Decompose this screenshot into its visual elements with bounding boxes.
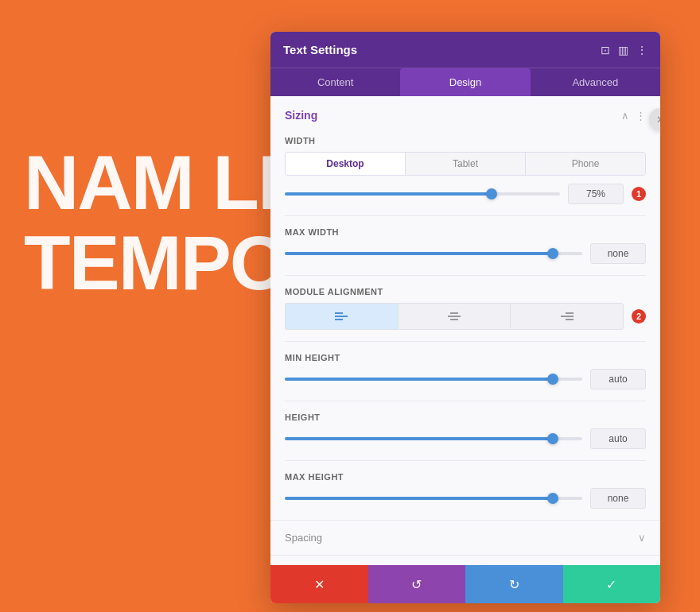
min-height-value[interactable]: auto (590, 369, 646, 389)
width-label: Width (285, 136, 646, 145)
height-slider-row: auto (285, 428, 646, 449)
align-right-btn[interactable] (510, 303, 624, 330)
sizing-title: Sizing (285, 109, 317, 122)
sizing-section-header: Sizing ∧ ⋮ (270, 96, 660, 131)
max-width-slider-track[interactable] (285, 252, 582, 255)
tab-advanced[interactable]: Advanced (531, 68, 660, 96)
min-height-slider-row: auto (285, 369, 646, 389)
max-height-slider-track[interactable] (285, 497, 582, 500)
spacing-section[interactable]: Spacing ∨ (270, 520, 660, 555)
max-height-value[interactable]: none (590, 488, 646, 509)
device-tab-tablet[interactable]: Tablet (406, 153, 526, 175)
svg-rect-6 (566, 312, 574, 314)
align-right-icon (561, 311, 574, 322)
svg-rect-4 (448, 316, 461, 317)
panel-header-icons: ⊡ ▥ ⋮ (601, 44, 648, 56)
settings-panel: Text Settings ⊡ ▥ ⋮ Content Design Advan… (270, 32, 660, 603)
width-value[interactable]: 75% (568, 184, 624, 204)
min-height-slider-fill (285, 378, 553, 381)
redo-button[interactable]: ↻ (465, 565, 563, 603)
svg-rect-2 (335, 319, 343, 320)
width-field: Width Desktop Tablet Phone 75% 1 (270, 131, 660, 215)
min-height-slider-track[interactable] (285, 378, 582, 381)
sizing-header-icons: ∧ ⋮ (621, 110, 646, 122)
more-icon[interactable]: ⋮ (636, 44, 648, 56)
svg-rect-1 (335, 316, 348, 317)
height-slider-fill (285, 437, 553, 440)
min-height-label: Min Height (285, 353, 646, 362)
max-height-slider-fill (285, 497, 553, 500)
height-label: Height (285, 413, 646, 422)
cancel-button[interactable]: ✕ (270, 565, 368, 603)
max-width-slider-fill (285, 252, 553, 255)
device-tab-desktop[interactable]: Desktop (286, 153, 406, 175)
svg-rect-7 (561, 316, 574, 317)
svg-rect-8 (566, 319, 574, 320)
columns-icon[interactable]: ▥ (618, 44, 628, 56)
height-field: Height auto (270, 401, 660, 460)
align-left-icon (335, 311, 348, 322)
alignment-buttons (285, 303, 624, 330)
undo-button[interactable]: ↺ (368, 565, 466, 603)
tab-design[interactable]: Design (400, 68, 530, 96)
panel-footer: ✕ ↺ ↻ ✓ (270, 565, 660, 603)
min-height-slider-thumb[interactable] (547, 374, 558, 385)
svg-rect-3 (450, 312, 458, 314)
panel-title: Text Settings (283, 43, 357, 56)
section-more-icon[interactable]: ⋮ (636, 110, 646, 122)
alignment-badge: 2 (632, 309, 646, 323)
max-width-field: Max Width none (270, 216, 660, 275)
tab-content[interactable]: Content (270, 68, 400, 96)
align-left-btn[interactable] (285, 303, 398, 330)
module-alignment-row: 2 (285, 303, 646, 330)
max-height-label: Max Height (285, 472, 646, 482)
panel-header: Text Settings ⊡ ▥ ⋮ (270, 32, 660, 68)
spacing-title: Spacing (285, 532, 322, 544)
align-center-icon (448, 311, 461, 322)
max-height-slider-thumb[interactable] (547, 493, 558, 504)
align-center-btn[interactable] (398, 303, 511, 330)
height-slider-track[interactable] (285, 437, 582, 440)
spacing-chevron: ∨ (638, 532, 646, 544)
device-tabs: Desktop Tablet Phone (285, 152, 646, 176)
max-width-label: Max Width (285, 227, 646, 237)
min-height-field: Min Height auto (270, 342, 660, 401)
border-section[interactable]: Border ∨ (270, 555, 660, 565)
width-slider-thumb[interactable] (486, 188, 497, 199)
width-slider-row: 75% 1 (285, 184, 646, 204)
collapse-icon[interactable]: ∧ (621, 110, 629, 122)
fullscreen-icon[interactable]: ⊡ (601, 44, 610, 56)
tabs: Content Design Advanced (270, 68, 660, 96)
width-slider-fill (285, 192, 492, 196)
save-button[interactable]: ✓ (563, 565, 661, 603)
max-height-slider-row: none (285, 488, 646, 509)
module-alignment-field: Module Alignment (270, 276, 660, 341)
svg-rect-5 (450, 319, 458, 320)
svg-rect-0 (335, 312, 343, 314)
panel-body: Sizing ∧ ⋮ Width Desktop Tablet Phone 75… (270, 96, 660, 565)
width-slider-track[interactable] (285, 192, 560, 196)
max-height-field: Max Height none (270, 461, 660, 520)
width-badge: 1 (632, 187, 646, 201)
device-tab-phone[interactable]: Phone (526, 153, 645, 175)
max-width-slider-row: none (285, 243, 646, 264)
height-slider-thumb[interactable] (547, 433, 558, 444)
max-width-slider-thumb[interactable] (547, 248, 558, 259)
max-width-value[interactable]: none (590, 243, 646, 264)
module-alignment-label: Module Alignment (285, 287, 646, 296)
height-value[interactable]: auto (590, 428, 646, 449)
